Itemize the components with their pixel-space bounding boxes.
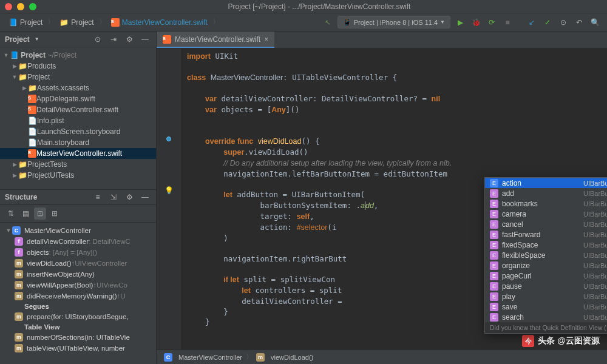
collapse-icon[interactable]: ⇥ xyxy=(107,33,120,46)
structure-class[interactable]: ▼ C MasterViewController xyxy=(0,225,156,236)
completion-item[interactable]: EfastForwardUIBarButtonSystemItem xyxy=(485,229,607,240)
project-icon: 📘 xyxy=(8,18,18,27)
expand-arrow-icon[interactable]: ▶ xyxy=(11,161,18,167)
back-button[interactable]: ↖ xyxy=(322,16,334,29)
completion-item[interactable]: EcancelUIBarButtonSystemItem xyxy=(485,219,607,229)
tree-item[interactable]: s AppDelegate.swift xyxy=(0,93,156,104)
project-tool-label[interactable]: Project xyxy=(5,35,30,44)
breadcrumb-root[interactable]: 📘 Project xyxy=(6,17,45,28)
sort-alpha-icon[interactable]: ⇅ xyxy=(5,207,17,220)
completion-item[interactable]: EplayUIBarButtonSystemItem xyxy=(485,291,607,302)
expand-icon[interactable]: ⇲ xyxy=(107,191,120,203)
hide-icon[interactable]: — xyxy=(139,33,151,46)
structure-item[interactable]: fdetailViewController: DetailViewC xyxy=(0,236,156,247)
structure-item[interactable]: fobjects: [Any] = [Any]() xyxy=(0,247,156,258)
structure-item[interactable]: mnumberOfSections(in: UITableVie xyxy=(0,332,156,343)
completion-item[interactable]: EactionUIBarButtonSystemItem xyxy=(485,178,607,188)
run-configuration-selector[interactable]: 📱 Project | iPhone 8 | iOS 11.4 ▼ xyxy=(337,16,450,29)
sync-button[interactable]: ↙ xyxy=(526,16,538,29)
sort-icon[interactable]: ≡ xyxy=(92,191,104,203)
completion-item[interactable]: EflexibleSpaceUIBarButtonSystemItem xyxy=(485,250,607,260)
expand-arrow-icon[interactable]: ▶ xyxy=(11,172,18,178)
tree-item[interactable]: ▼📁 Project xyxy=(0,72,156,83)
run-button[interactable]: ▶ xyxy=(454,16,466,29)
tree-item[interactable]: s DetailViewController.swift xyxy=(0,104,156,115)
completion-item[interactable]: EorganizeUIBarButtonSystemItem xyxy=(485,260,607,271)
search-button[interactable]: 🔍 xyxy=(589,16,601,29)
structure-item[interactable]: mviewDidLoad() ↑UIViewController xyxy=(0,258,156,269)
structure-item[interactable]: mviewWillAppear(Bool) ↑UIViewCo xyxy=(0,280,156,291)
breadcrumb-method[interactable]: m viewDidLoad() xyxy=(256,353,313,362)
tree-root[interactable]: ▼ 📘 Project ~/Project xyxy=(0,50,156,61)
gear-icon[interactable]: ⚙ xyxy=(123,191,135,203)
member-type: ↑UIViewCo xyxy=(93,281,127,289)
structure-item[interactable]: mtableView(UITableView, number xyxy=(0,343,156,354)
tree-item[interactable]: 📄 Main.storyboard xyxy=(0,137,156,148)
tree-item[interactable]: s MasterViewController.swift xyxy=(0,148,156,159)
tree-item[interactable]: ▶📁 ProjectUITests xyxy=(0,170,156,181)
dropdown-arrow-icon[interactable]: ▼ xyxy=(35,36,39,42)
structure-item[interactable]: mprepare(for: UIStoryboardSegue, xyxy=(0,311,156,322)
completion-item[interactable]: EfixedSpaceUIBarButtonSystemItem xyxy=(485,240,607,250)
editor-gutter[interactable]: 💡 xyxy=(157,49,181,349)
member-name: numberOfSections(in: UITableVie xyxy=(27,334,130,341)
structure-item[interactable]: mdidReceiveMemoryWarning() ↑U xyxy=(0,291,156,302)
tree-item[interactable]: 📄 Info.plist xyxy=(0,115,156,126)
expand-arrow-icon[interactable]: ▼ xyxy=(5,228,12,234)
tree-item[interactable]: 📄 LaunchScreen.storyboard xyxy=(0,126,156,137)
expand-arrow-icon[interactable]: ▶ xyxy=(11,63,18,69)
structure-tool-label[interactable]: Structure xyxy=(5,193,37,201)
enum-case-icon: E xyxy=(490,200,498,208)
close-tab-icon[interactable]: × xyxy=(264,35,268,44)
stop-button[interactable]: ■ xyxy=(501,16,514,29)
completion-item[interactable]: EbookmarksUIBarButtonSystemItem xyxy=(485,198,607,209)
editor-tab-active[interactable]: s MasterViewController.swift × xyxy=(157,32,274,48)
tree-item[interactable]: ▶📁 Assets.xcassets xyxy=(0,83,156,93)
main-toolbar: 📘 Project 〉 📁 Project 〉 s MasterViewCont… xyxy=(0,13,607,32)
expand-arrow-icon[interactable]: ▼ xyxy=(2,52,10,58)
completion-item[interactable]: EsaveUIBarButtonSystemItem xyxy=(485,302,607,312)
minimize-window-button[interactable] xyxy=(17,3,24,10)
commit-button[interactable]: ✓ xyxy=(541,16,554,29)
member-icon: m xyxy=(15,281,23,289)
expand-arrow-icon[interactable]: ▶ xyxy=(21,85,28,91)
revert-button[interactable]: ↶ xyxy=(573,16,585,29)
history-button[interactable]: ⊙ xyxy=(557,16,569,29)
enum-case-icon: E xyxy=(490,251,498,260)
breadcrumb-class[interactable]: C MasterViewController xyxy=(164,353,242,362)
structure-item[interactable]: minsertNewObject(Any) xyxy=(0,269,156,280)
structure-item[interactable]: Segues xyxy=(0,302,156,311)
breadcrumb-folder[interactable]: 📁 Project xyxy=(57,17,96,28)
debug-button[interactable]: 🐞 xyxy=(470,16,482,29)
completion-item[interactable]: EsearchUIBarButtonSystemItem xyxy=(485,312,607,322)
hide-icon[interactable]: — xyxy=(139,191,151,203)
breadcrumb-file[interactable]: s MasterViewController.swift xyxy=(109,17,210,28)
expand-arrow-icon[interactable]: ▼ xyxy=(11,74,18,80)
watermark-logo-icon: 今 xyxy=(522,335,534,347)
intention-bulb-icon[interactable]: 💡 xyxy=(164,186,174,195)
structure-tree[interactable]: ▼ C MasterViewController fdetailViewCont… xyxy=(0,223,156,365)
coverage-button[interactable]: ⟳ xyxy=(486,16,498,29)
autoscroll-icon[interactable]: ⊡ xyxy=(34,207,46,220)
structure-tool-header: Structure ≡ ⇲ ⚙ — xyxy=(0,189,156,205)
breakpoint-icon[interactable] xyxy=(166,136,171,141)
close-window-button[interactable] xyxy=(5,3,12,10)
structure-item[interactable]: Table View xyxy=(0,322,156,332)
tree-item[interactable]: ▶📁 Products xyxy=(0,61,156,72)
completion-item[interactable]: EpageCurlUIBarButtonSystemItem xyxy=(485,271,607,281)
scroll-from-source-icon[interactable]: ⊙ xyxy=(92,33,104,46)
completion-item[interactable]: EaddUIBarButtonSystemItem xyxy=(485,188,607,198)
tree-item-label: ProjectTests xyxy=(27,160,67,169)
enum-case-icon: E xyxy=(490,231,498,239)
member-icon: f xyxy=(15,237,23,246)
folder-icon: 📁 xyxy=(59,18,69,27)
completion-item[interactable]: EpauseUIBarButtonSystemItem xyxy=(485,281,607,291)
gear-icon[interactable]: ⚙ xyxy=(123,33,135,46)
chevron-right-icon: 〉 xyxy=(212,17,220,27)
zoom-window-button[interactable] xyxy=(29,3,36,10)
tree-item[interactable]: ▶📁 ProjectTests xyxy=(0,159,156,170)
filter-icon[interactable]: ▤ xyxy=(19,207,32,220)
project-tree[interactable]: ▼ 📘 Project ~/Project ▶📁 Products▼📁 Proj… xyxy=(0,47,156,189)
completion-item[interactable]: EcameraUIBarButtonSystemItem xyxy=(485,209,607,219)
group-icon[interactable]: ⊞ xyxy=(49,207,61,220)
